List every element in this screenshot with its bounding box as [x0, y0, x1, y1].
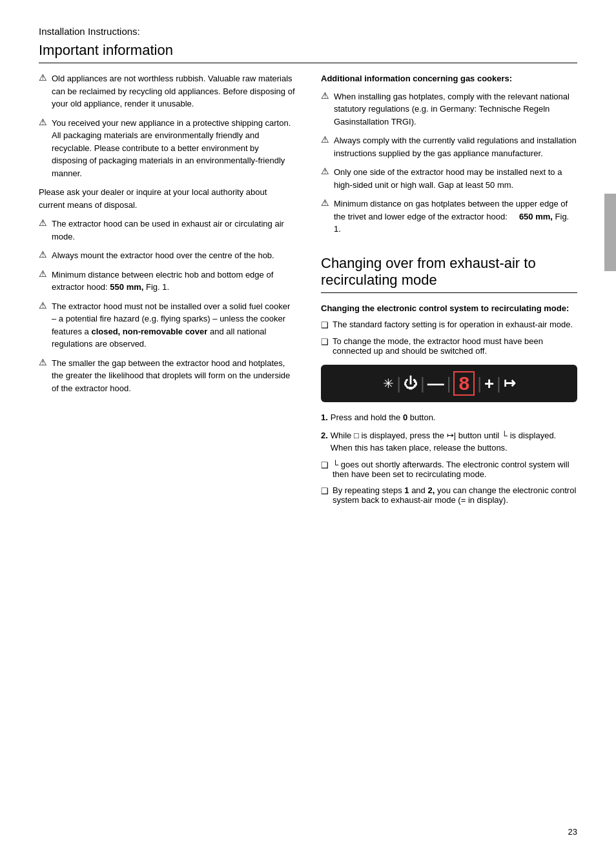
warning-text-4: Always mount the extractor hood over the… [52, 249, 274, 262]
divider-3: | [447, 374, 451, 394]
warning-text-r1: When installing gas hotplates, comply wi… [334, 90, 577, 128]
minus-button: — [427, 374, 444, 394]
checkbox-item-2: ❑ To change the mode, the extractor hood… [321, 336, 577, 356]
step-1-text: Press and hold the 0 button. [331, 411, 436, 424]
section2: Changing over from exhaust-air to recirc… [321, 255, 577, 505]
warning-block-2: ⚠ You received your new appliance in a p… [39, 117, 295, 180]
subsection-title-gas: Additional information concerning gas co… [321, 72, 577, 85]
warning-text-1: Old appliances are not worthless rubbish… [52, 72, 295, 110]
checkbox-item-4: ❑ By repeating steps 1 and 2, you can ch… [321, 485, 577, 505]
warning-text-6: The extractor hood must not be installed… [52, 300, 295, 351]
left-column: ⚠ Old appliances are not worthless rubbi… [39, 72, 302, 511]
step-1-num: 1. [321, 411, 328, 424]
warning-text-r3: Only one side of the extractor hood may … [334, 166, 577, 191]
warning-icon-6: ⚠ [39, 300, 47, 311]
warning-icon-r1: ⚠ [321, 90, 329, 101]
warning-text-2: You received your new appliance in a pro… [52, 117, 295, 180]
subsection-title-electronic: Changing the electronic control system t… [321, 302, 577, 315]
plus-button: + [484, 374, 494, 394]
section2-header: Changing over from exhaust-air to recirc… [321, 255, 577, 293]
divider-5: | [497, 374, 501, 394]
warning-block-r1: ⚠ When installing gas hotplates, comply … [321, 90, 577, 128]
step-2: 2. While □ is displayed, press the ↦| bu… [321, 429, 577, 454]
warning-icon-5: ⚠ [39, 269, 47, 279]
warning-block-r2: ⚠ Always comply with the currently valid… [321, 134, 577, 159]
divider-2: | [420, 374, 425, 394]
warning-block-r3: ⚠ Only one side of the extractor hood ma… [321, 166, 577, 191]
warning-icon-4: ⚠ [39, 249, 47, 260]
warning-text-3: The extractor hood can be used in exhaus… [52, 218, 295, 243]
plain-text-1: Please ask your dealer or inquire at you… [39, 186, 295, 211]
checkbox-icon-3: ❑ [321, 460, 329, 470]
step-2-num: 2. [321, 429, 328, 454]
control-panel: ✳ | ⏻ | — | 8 | + | ↦ [321, 365, 577, 402]
section1-header: Important information [39, 42, 577, 63]
divider-4: | [477, 374, 482, 394]
warning-icon-7: ⚠ [39, 357, 47, 367]
warning-icon-2: ⚠ [39, 117, 47, 127]
warning-text-5: Minimum distance between electric hob an… [52, 269, 295, 294]
side-tab [604, 194, 616, 271]
warning-block-3: ⚠ The extractor hood can be used in exha… [39, 218, 295, 243]
warning-text-r4: Minimum distance on gas hotplates betwee… [334, 198, 577, 236]
page-title: Installation Instructions: [39, 26, 577, 37]
power-icon: ⏻ [404, 375, 418, 392]
warning-block-r4: ⚠ Minimum distance on gas hotplates betw… [321, 198, 577, 236]
warning-block-5: ⚠ Minimum distance between electric hob … [39, 269, 295, 294]
checkbox-icon-1: ❑ [321, 320, 329, 330]
right-column: Additional information concerning gas co… [321, 72, 577, 511]
warning-block-1: ⚠ Old appliances are not worthless rubbi… [39, 72, 295, 110]
sun-icon: ✳ [383, 376, 394, 391]
warning-icon-3: ⚠ [39, 218, 47, 228]
checkbox-text-1: The standard factory setting is for oper… [333, 320, 573, 329]
display-screen: 8 [453, 371, 475, 396]
arrow-button: ↦ [504, 375, 515, 392]
checkbox-text-4: By repeating steps 1 and 2, you can chan… [333, 485, 577, 505]
checkbox-text-3: └ goes out shortly afterwards. The elect… [333, 460, 577, 479]
warning-icon-r4: ⚠ [321, 198, 329, 208]
warning-text-r2: Always comply with the currently valid r… [334, 134, 577, 159]
warning-icon-r3: ⚠ [321, 166, 329, 176]
checkbox-item-1: ❑ The standard factory setting is for op… [321, 320, 577, 330]
checkbox-icon-2: ❑ [321, 337, 329, 347]
warning-block-7: ⚠ The smaller the gap between the extrac… [39, 357, 295, 395]
warning-text-7: The smaller the gap between the extracto… [52, 357, 295, 395]
checkbox-text-2: To change the mode, the extractor hood m… [333, 336, 577, 356]
checkbox-icon-4: ❑ [321, 486, 329, 496]
warning-icon-1: ⚠ [39, 72, 47, 83]
divider-1: | [396, 374, 401, 394]
step-1: 1. Press and hold the 0 button. [321, 411, 577, 424]
warning-block-6: ⚠ The extractor hood must not be install… [39, 300, 295, 351]
page-number: 23 [568, 827, 577, 837]
step-2-text: While □ is displayed, press the ↦| butto… [331, 429, 577, 454]
checkbox-item-3: ❑ └ goes out shortly afterwards. The ele… [321, 460, 577, 479]
warning-icon-r2: ⚠ [321, 134, 329, 145]
warning-block-4: ⚠ Always mount the extractor hood over t… [39, 249, 295, 262]
